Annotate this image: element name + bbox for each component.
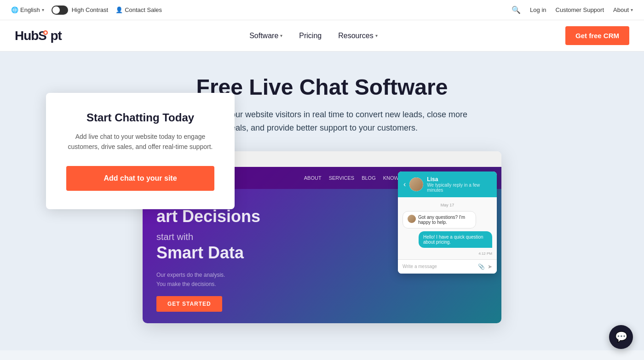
- customer-support-link[interactable]: Customer Support: [556, 6, 604, 13]
- globe-icon: 🌐: [11, 6, 18, 13]
- left-card-text: Add live chat to your website today to e…: [66, 131, 214, 152]
- contrast-label: High Contrast: [72, 6, 108, 13]
- chat-agent-status: We typically reply in a few minutes: [427, 183, 491, 193]
- inner-blog: BLOG: [362, 175, 376, 181]
- software-chevron-icon: ▾: [280, 33, 282, 38]
- resources-chevron-icon: ▾: [375, 33, 378, 38]
- toggle-knob: [52, 6, 60, 14]
- chat-input-placeholder: Write a message: [402, 264, 437, 269]
- chat-message-2: Hello! I have a quick question about pri…: [419, 231, 492, 248]
- top-bar-right: 🔍 Log in Customer Support About ▾: [512, 6, 633, 14]
- inner-get-started-button[interactable]: GET STARTED: [156, 296, 222, 312]
- main-nav: Hub S pt Software ▾ Pricing Resources ▾ …: [0, 20, 644, 51]
- nav-links: Software ▾ Pricing Resources ▾: [243, 28, 384, 44]
- about-menu[interactable]: About ▾: [613, 6, 633, 13]
- contact-sales-label: Contact Sales: [125, 6, 162, 13]
- chat-agent-info: Lisa We typically reply in a few minutes: [427, 176, 491, 193]
- chat-agent-name: Lisa: [427, 176, 491, 183]
- chat-small-avatar: [408, 215, 416, 223]
- chat-avatar: [409, 177, 423, 191]
- inner-data-line2: You make the decisions.: [156, 281, 216, 287]
- resources-label: Resources: [338, 32, 373, 40]
- pricing-label: Pricing: [299, 32, 322, 40]
- chat-popup: ‹ Lisa We typically reply in a few minut…: [398, 171, 497, 274]
- svg-point-2: [45, 32, 47, 34]
- chat-avatar-image: [409, 177, 423, 191]
- software-nav-item[interactable]: Software ▾: [243, 28, 289, 44]
- inner-hero-data: Our experts do the analysis. You make th…: [156, 271, 488, 288]
- attachment-icon[interactable]: 📎: [478, 263, 485, 270]
- add-chat-button[interactable]: Add chat to your site: [66, 166, 214, 191]
- software-label: Software: [249, 32, 278, 40]
- left-card: Start Chatting Today Add live chat to yo…: [46, 93, 235, 209]
- logo[interactable]: Hub S pt: [15, 29, 62, 43]
- chat-input-bar: Write a message 📎 ➤: [398, 259, 497, 274]
- login-link[interactable]: Log in: [530, 6, 546, 13]
- get-free-crm-button[interactable]: Get free CRM: [565, 26, 629, 45]
- contrast-toggle[interactable]: High Contrast: [52, 6, 108, 15]
- chat-input-icons: 📎 ➤: [478, 263, 492, 270]
- send-icon[interactable]: ➤: [488, 263, 492, 270]
- chat-msg2-text: Hello! I have a quick question about pri…: [423, 234, 488, 245]
- pricing-nav-item[interactable]: Pricing: [293, 28, 328, 44]
- inner-hero-line3: Smart Data: [156, 243, 244, 262]
- logo-text: Hub S pt: [15, 29, 62, 43]
- contact-sales-link[interactable]: 👤 Contact Sales: [115, 6, 162, 13]
- chevron-down-icon: ▾: [42, 7, 44, 12]
- floating-chat-icon: 💬: [615, 331, 627, 343]
- floating-chat-button[interactable]: 💬: [609, 325, 633, 349]
- inner-about: ABOUT: [304, 175, 322, 181]
- inner-data-line1: Our experts do the analysis.: [156, 272, 225, 278]
- top-bar-left: 🌐 English ▾ High Contrast 👤 Contact Sale…: [11, 6, 162, 15]
- left-card-title: Start Chatting Today: [66, 111, 214, 124]
- inner-services: SERVICES: [329, 175, 354, 181]
- chat-back-icon[interactable]: ‹: [403, 180, 406, 189]
- chat-messages: May 17 Got any questions? I'm happy to h…: [398, 197, 497, 259]
- chat-header: ‹ Lisa We typically reply in a few minut…: [398, 171, 497, 197]
- toggle-switch[interactable]: [52, 6, 68, 15]
- language-selector[interactable]: 🌐 English ▾: [11, 6, 44, 13]
- search-icon[interactable]: 🔍: [512, 6, 521, 14]
- chat-message-1: Got any questions? I'm happy to help.: [402, 211, 476, 229]
- resources-nav-item[interactable]: Resources ▾: [332, 28, 384, 44]
- hero-section: Free Live Chat Software Connect with you…: [0, 51, 644, 350]
- about-chevron-icon: ▾: [631, 7, 633, 12]
- about-label: About: [613, 6, 629, 13]
- chat-msg1-text: Got any questions? I'm happy to help.: [418, 215, 471, 225]
- language-label: English: [20, 6, 40, 13]
- chat-date: May 17: [402, 203, 492, 207]
- person-icon: 👤: [115, 6, 123, 13]
- inner-hero-line1: art Decisions: [156, 207, 260, 226]
- top-bar: 🌐 English ▾ High Contrast 👤 Contact Sale…: [0, 0, 644, 20]
- chat-msg2-time: 4:12 PM: [478, 251, 492, 256]
- chat-message-2-wrapper: Hello! I have a quick question about pri…: [402, 231, 492, 256]
- inner-hero-line2: start with: [156, 232, 193, 242]
